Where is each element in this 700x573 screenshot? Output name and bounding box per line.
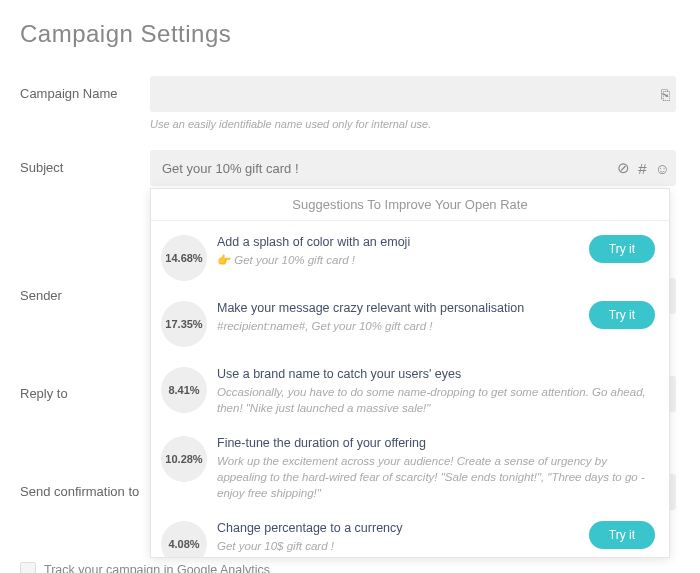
page-title: Campaign Settings [20, 20, 676, 48]
suggestions-header: Suggestions To Improve Your Open Rate [151, 189, 669, 221]
suggestion-text: Use a brand name to catch your users' ey… [217, 367, 655, 416]
suggestion-title: Fine-tune the duration of your offering [217, 436, 655, 450]
ban-icon[interactable]: ⊘ [617, 159, 630, 177]
suggestion-text: Change percentage to a currencyGet your … [217, 521, 579, 554]
suggestion-item: 14.68%Add a splash of color with an emoj… [155, 225, 661, 291]
suggestion-item: 8.41%Use a brand name to catch your user… [155, 357, 661, 426]
try-it-button[interactable]: Try it [589, 301, 655, 329]
label-reply-to: Reply to [20, 376, 150, 401]
suggestion-title: Change percentage to a currency [217, 521, 579, 535]
suggestion-text: Add a splash of color with an emoji👉 Get… [217, 235, 579, 268]
emoji-icon: 👉 [217, 254, 234, 266]
suggestion-item: 10.28%Fine-tune the duration of your off… [155, 426, 661, 511]
try-it-button[interactable]: Try it [589, 521, 655, 549]
suggestion-desc: #recipient:name#, Get your 10% gift card… [217, 318, 579, 334]
label-campaign-name: Campaign Name [20, 76, 150, 101]
label-sender: Sender [20, 278, 150, 303]
track-analytics-label: Track your campaign in Google Analytics [44, 563, 270, 573]
suggestion-title: Make your message crazy relevant with pe… [217, 301, 579, 315]
suggestion-percentage: 14.68% [161, 235, 207, 281]
suggestion-text: Make your message crazy relevant with pe… [217, 301, 579, 334]
suggestions-popup: Suggestions To Improve Your Open Rate 14… [150, 188, 670, 558]
campaign-name-hint: Use an easily identifiable name used onl… [150, 118, 676, 130]
suggestion-desc: Get your 10$ gift card ! [217, 538, 579, 554]
row-campaign-name: Campaign Name ⎘ Use an easily identifiab… [20, 76, 676, 130]
suggestion-desc: Occasionally, you have to do some name-d… [217, 384, 655, 416]
suggestion-item: 17.35%Make your message crazy relevant w… [155, 291, 661, 357]
doc-icon[interactable]: ⎘ [661, 86, 670, 103]
suggestions-list[interactable]: 14.68%Add a splash of color with an emoj… [151, 221, 669, 557]
suggestion-percentage: 10.28% [161, 436, 207, 482]
suggestion-desc: Work up the excitement across your audie… [217, 453, 655, 501]
label-subject: Subject [20, 150, 150, 175]
suggestion-percentage: 17.35% [161, 301, 207, 347]
hash-icon[interactable]: # [638, 160, 646, 177]
campaign-name-input[interactable] [150, 76, 676, 112]
label-send-confirmation: Send confirmation to [20, 474, 150, 499]
suggestion-item: 4.08%Change percentage to a currencyGet … [155, 511, 661, 557]
subject-input[interactable] [150, 150, 676, 186]
suggestion-percentage: 8.41% [161, 367, 207, 413]
try-it-button[interactable]: Try it [589, 235, 655, 263]
track-analytics-checkbox[interactable] [20, 562, 36, 573]
suggestion-title: Use a brand name to catch your users' ey… [217, 367, 655, 381]
suggestion-title: Add a splash of color with an emoji [217, 235, 579, 249]
suggestion-percentage: 4.08% [161, 521, 207, 557]
suggestion-text: Fine-tune the duration of your offeringW… [217, 436, 655, 501]
suggestion-desc: 👉 Get your 10% gift card ! [217, 252, 579, 268]
smile-icon[interactable]: ☺ [655, 160, 670, 177]
